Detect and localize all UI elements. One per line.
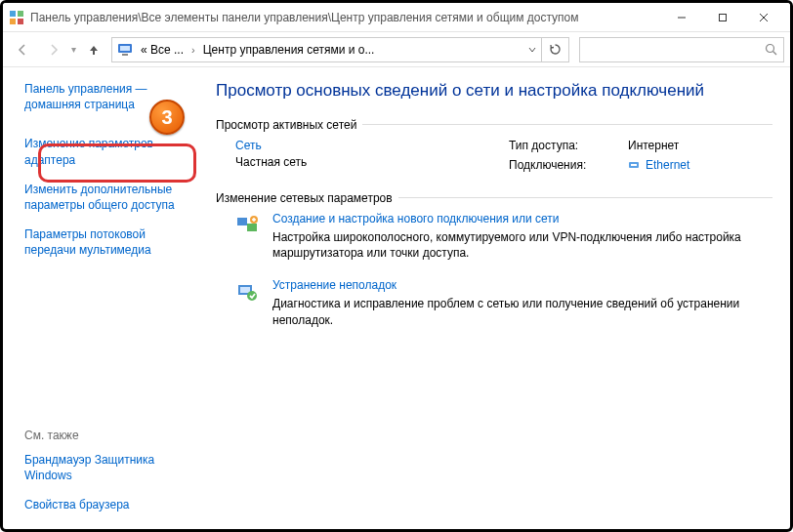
action-title: Устранение неполадок: [272, 278, 772, 292]
minimize-button[interactable]: [661, 4, 702, 31]
svg-rect-0: [10, 11, 16, 17]
see-also-browser[interactable]: Свойства браузера: [24, 493, 194, 516]
address-bar[interactable]: « Все ... › Центр управления сетями и о.…: [111, 37, 569, 62]
action-desc: Настройка широкополосного, коммутируемог…: [272, 229, 772, 261]
svg-rect-3: [18, 19, 23, 24]
change-settings-label: Изменение сетевых параметров: [216, 191, 398, 205]
network-name-link[interactable]: Сеть: [235, 139, 509, 152]
sidebar-link-adapter-settings[interactable]: Изменение параметров адаптера: [24, 132, 194, 171]
svg-rect-16: [247, 224, 257, 231]
window-titlebar: Панель управления\Все элементы панели уп…: [3, 3, 790, 32]
network-type-label: Частная сеть: [235, 155, 509, 169]
annotation-step-badge: 3: [149, 100, 185, 135]
svg-point-20: [247, 291, 257, 301]
sidebar-link-sharing-settings[interactable]: Изменить дополнительные параметры общего…: [24, 178, 194, 217]
active-networks-section: Просмотр активных сетей Сеть Частная сет…: [216, 118, 772, 172]
svg-rect-5: [720, 14, 727, 20]
main-panel: Просмотр основных сведений о сети и наст…: [208, 67, 790, 529]
svg-rect-19: [240, 287, 250, 293]
content-area: Панель управления — домашняя страница Из…: [3, 67, 790, 529]
svg-rect-10: [122, 54, 128, 56]
history-dropdown-icon[interactable]: ▾: [71, 44, 76, 55]
maximize-button[interactable]: [702, 4, 743, 31]
forward-button[interactable]: [40, 36, 67, 63]
access-type-value: Интернет: [628, 139, 689, 152]
refresh-button[interactable]: [541, 38, 568, 61]
action-troubleshoot[interactable]: Устранение неполадок Диагностика и испра…: [216, 278, 772, 327]
access-type-label: Тип доступа:: [509, 139, 616, 152]
connection-name: Ethernet: [646, 158, 689, 172]
close-button[interactable]: [743, 4, 784, 31]
active-networks-label: Просмотр активных сетей: [216, 118, 362, 132]
network-center-icon: [115, 40, 135, 60]
svg-rect-15: [237, 218, 247, 225]
address-dropdown-button[interactable]: [522, 38, 541, 61]
troubleshoot-icon: [235, 280, 259, 304]
svg-rect-9: [120, 46, 130, 51]
toolbar: ▾ « Все ... › Центр управления сетями и …: [3, 32, 790, 67]
change-settings-section: Изменение сетевых параметров Создание и …: [216, 191, 772, 328]
svg-rect-1: [18, 11, 23, 17]
connections-label: Подключения:: [509, 158, 616, 172]
network-row: Сеть Частная сеть Тип доступа: Интернет …: [216, 139, 772, 172]
window-title: Панель управления\Все элементы панели уп…: [30, 11, 661, 24]
action-title: Создание и настройка нового подключения …: [272, 212, 772, 225]
sidebar-link-media-streaming[interactable]: Параметры потоковой передачи мультимедиа: [24, 223, 194, 262]
up-button[interactable]: [80, 36, 107, 63]
svg-point-11: [767, 45, 774, 53]
new-connection-icon: [235, 214, 259, 237]
breadcrumb-prefix[interactable]: « Все ...: [137, 43, 188, 57]
see-also-firewall[interactable]: Брандмауэр Защитника Windows: [24, 448, 194, 487]
search-input[interactable]: [579, 37, 784, 62]
control-panel-icon: [9, 10, 24, 25]
svg-line-12: [773, 52, 777, 56]
connection-ethernet-link[interactable]: Ethernet: [628, 158, 689, 172]
ethernet-icon: [628, 159, 640, 171]
sidebar: Панель управления — домашняя страница Из…: [3, 67, 208, 529]
svg-rect-14: [631, 164, 637, 166]
see-also-label: См. также: [24, 429, 194, 442]
breadcrumb-separator-icon[interactable]: ›: [188, 44, 199, 56]
svg-rect-2: [10, 19, 16, 24]
search-icon: [765, 43, 777, 56]
action-desc: Диагностика и исправление проблем с сеть…: [272, 296, 772, 327]
breadcrumb-current[interactable]: Центр управления сетями и о...: [199, 43, 522, 57]
action-new-connection[interactable]: Создание и настройка нового подключения …: [216, 212, 772, 261]
back-button[interactable]: [9, 36, 36, 63]
page-heading: Просмотр основных сведений о сети и наст…: [216, 81, 772, 101]
